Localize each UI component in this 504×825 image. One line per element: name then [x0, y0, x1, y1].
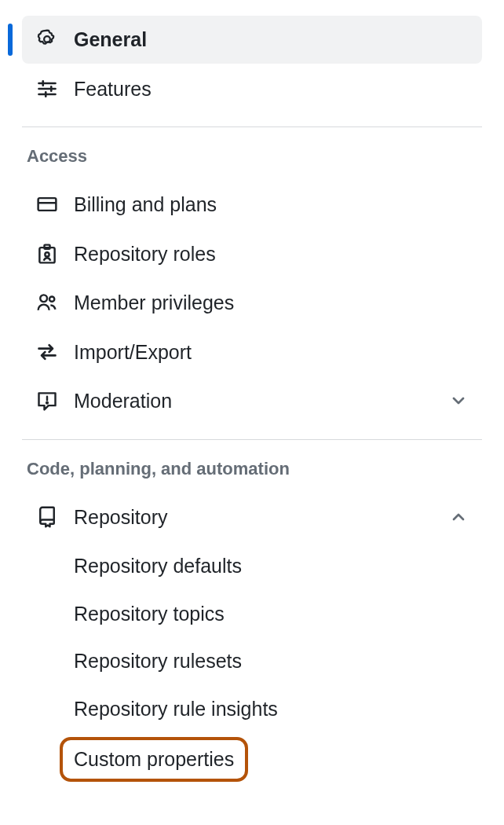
report-icon	[36, 390, 58, 412]
svg-point-11	[45, 252, 49, 256]
sidebar-subitem-repository-rule-insights[interactable]: Repository rule insights	[22, 685, 482, 733]
sidebar-item-label: Moderation	[74, 388, 172, 414]
divider	[22, 126, 482, 127]
sliders-icon	[36, 78, 58, 100]
section-header-access: Access	[27, 146, 482, 181]
sidebar-item-label: Billing and plans	[74, 192, 217, 218]
sidebar-item-repository-roles[interactable]: Repository roles	[22, 230, 482, 278]
gear-icon	[36, 28, 58, 50]
sidebar-subitem-label: Repository topics	[74, 603, 225, 625]
svg-point-12	[40, 295, 47, 302]
repository-submenu: Repository defaults Repository topics Re…	[22, 542, 482, 786]
svg-rect-7	[38, 198, 57, 211]
sidebar-item-import-export[interactable]: Import/Export	[22, 328, 482, 376]
credit-card-icon	[36, 193, 58, 215]
sidebar-item-member-privileges[interactable]: Member privileges	[22, 279, 482, 327]
chevron-down-icon	[449, 391, 468, 410]
people-icon	[36, 292, 58, 314]
sidebar-subitem-label: Repository rulesets	[74, 650, 242, 672]
sidebar-item-repository[interactable]: Repository	[22, 493, 482, 541]
sidebar-item-label: Member privileges	[74, 290, 234, 316]
repo-icon	[36, 506, 58, 528]
id-badge-icon	[36, 243, 58, 265]
sidebar-subitem-label: Repository defaults	[74, 555, 242, 577]
sidebar-subitem-repository-defaults[interactable]: Repository defaults	[22, 542, 482, 590]
sidebar-item-billing[interactable]: Billing and plans	[22, 181, 482, 229]
settings-sidebar: General Features Access	[0, 0, 504, 807]
svg-point-13	[49, 297, 54, 302]
arrows-swap-icon	[36, 341, 58, 363]
chevron-up-icon	[449, 508, 468, 526]
sidebar-subitem-repository-rulesets[interactable]: Repository rulesets	[22, 637, 482, 685]
sidebar-code-group: Repository Repository defaults Repositor…	[22, 493, 482, 786]
sidebar-item-label: Repository	[74, 504, 168, 530]
sidebar-item-label: General	[74, 27, 147, 53]
sidebar-subitem-custom-properties[interactable]: Custom properties	[22, 732, 482, 786]
sidebar-item-features[interactable]: Features	[22, 65, 482, 113]
sidebar-subitem-label: Custom properties	[74, 748, 234, 770]
highlight-callout: Custom properties	[60, 737, 248, 782]
svg-point-15	[46, 402, 48, 404]
sidebar-item-general[interactable]: General	[22, 16, 482, 64]
sidebar-item-moderation[interactable]: Moderation	[22, 377, 482, 425]
sidebar-top-group: General Features	[22, 16, 482, 112]
sidebar-subitem-repository-topics[interactable]: Repository topics	[22, 590, 482, 638]
sidebar-access-group: Billing and plans Repository roles	[22, 181, 482, 425]
section-header-code: Code, planning, and automation	[27, 459, 482, 493]
sidebar-item-label: Repository roles	[74, 241, 216, 267]
sidebar-subitem-label: Repository rule insights	[74, 698, 278, 720]
divider	[22, 439, 482, 440]
sidebar-item-label: Import/Export	[74, 339, 192, 365]
sidebar-item-label: Features	[74, 76, 152, 102]
